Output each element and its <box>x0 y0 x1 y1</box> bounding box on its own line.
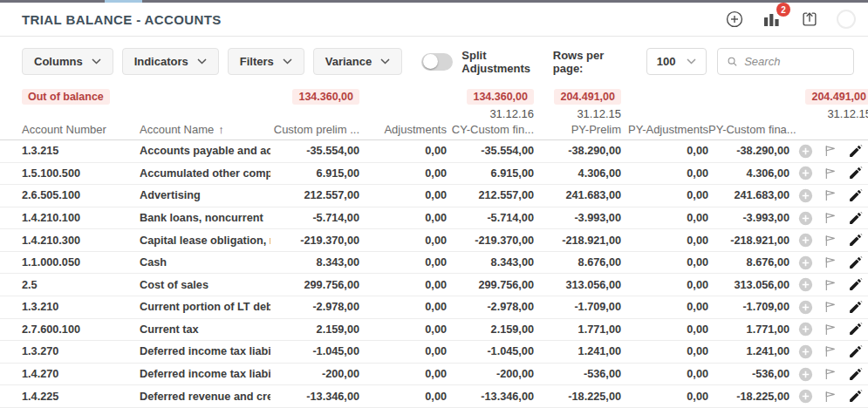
search-input[interactable] <box>744 55 844 68</box>
add-circle-icon[interactable] <box>725 10 744 29</box>
column-header-adjustments[interactable]: Adjustments <box>359 123 447 136</box>
py-prelim-cell: 1.771,00 <box>534 323 621 336</box>
edit-pencil-icon[interactable] <box>848 344 863 359</box>
add-adjustment-icon[interactable] <box>798 277 813 292</box>
cy-custom-fin-cell: -13.346,00 <box>447 391 534 403</box>
avatar-placeholder[interactable] <box>837 10 856 29</box>
column-header-py-prelim[interactable]: PY-Prelim <box>534 123 621 136</box>
table-row: 1.3.210 Current portion of LT debt & cap… <box>0 296 868 319</box>
account-name-cell: Bank loans, noncurrent <box>140 212 270 224</box>
flag-icon[interactable] <box>824 344 837 358</box>
add-adjustment-icon[interactable] <box>798 389 813 404</box>
add-adjustment-icon[interactable] <box>798 300 813 315</box>
py-prelim-cell: -536,00 <box>534 368 621 380</box>
py-adjustments-cell: 0,00 <box>621 345 708 357</box>
edit-pencil-icon[interactable] <box>848 277 863 292</box>
py-custom-fina-cell: 1.241,00 <box>708 345 789 357</box>
py-adjustments-cell: 0,00 <box>621 391 708 403</box>
column-header-py-custom-fina[interactable]: PY-Custom fina... <box>708 123 789 136</box>
cy-custom-fin-cell: -1.045,00 <box>447 345 534 357</box>
edit-pencil-icon[interactable] <box>848 144 863 159</box>
custom-prelim-cell: -5.714,00 <box>270 212 359 224</box>
balance-badge-py-prelim: 204.491,00 <box>554 89 621 105</box>
flag-icon[interactable] <box>824 278 837 292</box>
flag-icon[interactable] <box>824 234 837 248</box>
flag-icon[interactable] <box>824 144 837 158</box>
add-adjustment-icon[interactable] <box>798 188 813 203</box>
edit-pencil-icon[interactable] <box>848 188 863 203</box>
indicators-dropdown[interactable]: Indicators <box>122 48 219 75</box>
add-adjustment-icon[interactable] <box>798 322 813 337</box>
py-custom-fina-cell: 8.676,00 <box>708 256 789 269</box>
adjustments-cell: 0,00 <box>359 189 447 201</box>
add-adjustment-icon[interactable] <box>798 144 813 159</box>
cy-custom-fin-cell: 299.756,00 <box>447 279 534 291</box>
cy-custom-fin-cell: -219.370,00 <box>447 235 534 247</box>
edit-pencil-icon[interactable] <box>848 255 863 270</box>
row-actions <box>789 211 868 226</box>
add-adjustment-icon[interactable] <box>798 255 813 270</box>
edit-pencil-icon[interactable] <box>848 322 863 337</box>
top-scroll-thumb[interactable] <box>105 0 142 3</box>
row-actions <box>789 144 868 159</box>
add-adjustment-icon[interactable] <box>798 166 813 180</box>
row-actions <box>789 322 868 337</box>
add-adjustment-icon[interactable] <box>798 233 813 248</box>
py-custom-fina-cell: 4.306,00 <box>708 167 789 180</box>
flag-icon[interactable] <box>824 211 837 225</box>
add-adjustment-icon[interactable] <box>798 344 813 359</box>
custom-prelim-cell: -1.045,00 <box>270 345 359 357</box>
rows-per-page-value: 100 <box>657 55 676 68</box>
variance-dropdown[interactable]: Variance <box>313 48 403 75</box>
edit-pencil-icon[interactable] <box>848 233 863 248</box>
cy-custom-fin-cell: -200,00 <box>447 368 534 380</box>
cy-custom-fin-cell: 212.557,00 <box>447 189 534 201</box>
adjustments-cell: 0,00 <box>359 391 447 403</box>
filters-dropdown[interactable]: Filters <box>228 48 304 75</box>
account-number-cell: 2.7.600.100 <box>22 323 140 336</box>
account-number-cell: 1.4.270 <box>22 368 140 380</box>
flag-icon[interactable] <box>824 188 837 202</box>
column-header-account-number[interactable]: Account Number <box>22 123 140 136</box>
flag-icon[interactable] <box>824 367 837 381</box>
edit-pencil-icon[interactable] <box>848 211 863 226</box>
flag-icon[interactable] <box>824 167 837 180</box>
py-custom-fina-cell: -3.993,00 <box>708 212 789 224</box>
account-name-cell: Cost of sales <box>140 279 270 291</box>
filters-dropdown-label: Filters <box>240 55 274 68</box>
columns-dropdown[interactable]: Columns <box>22 48 113 75</box>
flag-icon[interactable] <box>824 255 837 269</box>
edit-pencil-icon[interactable] <box>848 166 863 180</box>
custom-prelim-cell: 299.756,00 <box>270 279 359 291</box>
flag-icon[interactable] <box>824 390 837 404</box>
table-row: 1.4.210.100 Bank loans, noncurrent -5.71… <box>0 207 868 230</box>
column-header-py-adjustments[interactable]: PY-Adjustments <box>621 123 708 136</box>
column-header-account-name[interactable]: Account Name↑ <box>140 123 270 136</box>
export-icon[interactable] <box>800 10 819 29</box>
py-prelim-cell: 4.306,00 <box>534 167 621 180</box>
add-report-icon[interactable]: 2 <box>762 10 783 29</box>
split-adjustments-toggle[interactable] <box>421 53 453 71</box>
add-adjustment-icon[interactable] <box>798 367 813 382</box>
row-actions <box>789 277 868 292</box>
py-adjustments-cell: 0,00 <box>621 189 708 201</box>
column-header-cy-custom-fin[interactable]: CY-Custom fin... <box>447 123 534 136</box>
add-adjustment-icon[interactable] <box>798 211 813 226</box>
py-prelim-cell: 1.241,00 <box>534 345 621 357</box>
indicators-dropdown-label: Indicators <box>134 55 188 68</box>
page-title: TRIAL BALANCE - ACCOUNTS <box>22 12 222 27</box>
flag-icon[interactable] <box>824 300 837 314</box>
top-scroll-track <box>0 0 868 3</box>
edit-pencil-icon[interactable] <box>848 367 863 382</box>
balance-badge-custom-prelim: 134.360,00 <box>292 89 359 105</box>
edit-pencil-icon[interactable] <box>848 300 863 315</box>
app-header: TRIAL BALANCE - ACCOUNTS 2 <box>0 3 868 37</box>
table-row: 1.3.215 Accounts payable and accrued lia… <box>0 140 868 163</box>
rows-per-page-select[interactable]: 100 <box>646 48 707 75</box>
py-prelim-cell: 8.676,00 <box>534 256 621 269</box>
flag-icon[interactable] <box>824 323 837 337</box>
chevron-down-icon <box>687 58 696 65</box>
column-header-custom-prelim[interactable]: Custom prelim ... <box>270 123 359 136</box>
edit-pencil-icon[interactable] <box>848 389 863 404</box>
rows-per-page-label: Rows per page: <box>553 49 636 75</box>
